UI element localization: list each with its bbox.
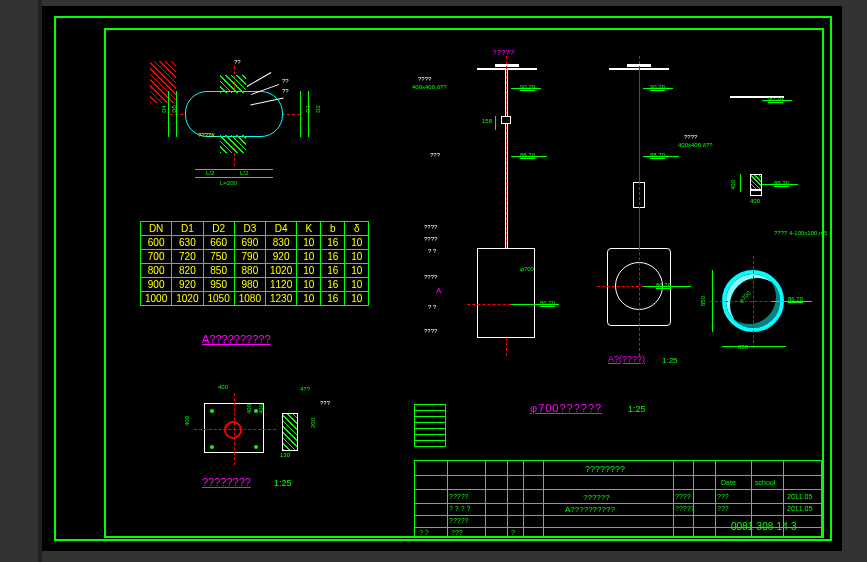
elev1-annot2: ???? [424, 236, 437, 242]
tb-col-3: ? ? [419, 529, 429, 536]
tb-dwg-no: 0081-308-14-3 [731, 521, 797, 532]
tb-small2: ????? [675, 505, 694, 512]
detail-a-callout-3: ?? [282, 88, 289, 94]
table-header-row: DND1D2D3D4Kbδ [141, 222, 369, 236]
table-row: 8008208508801020101610 [141, 264, 369, 278]
dim-86-70-b: 86.70 [656, 282, 671, 288]
elev3-cap-label: ???? [684, 134, 697, 140]
tb-date-1: 2011.05 [787, 505, 812, 512]
elev1-annot-a: A [436, 286, 441, 295]
dim-400-top: 400 [218, 384, 228, 390]
dim-86-70-a: 86.70 [540, 300, 555, 306]
tb-small1: ???? [675, 493, 691, 500]
dim-850-v: 850 [700, 296, 706, 306]
elev1-mid-label: ??? [430, 152, 440, 158]
dim-400-h: 400 [750, 198, 760, 204]
elev3-cap-sub: 400x400,δ?? [678, 142, 713, 148]
tb-hdr2: school [755, 479, 775, 486]
dim-l2-a: L/2 [206, 170, 214, 176]
elevation-side [587, 56, 697, 346]
detail-a-callout-1: ?? [234, 59, 241, 65]
dimension-table: DND1D2D3D4Kbδ 600630660690830101610 7007… [140, 221, 369, 306]
tb-col-4: ??? [451, 529, 463, 536]
detail-a-section [150, 61, 320, 191]
dim-d1: D1 [305, 105, 311, 113]
tb-rname-1: ??? [717, 505, 729, 512]
main-drawing-title: φ700?????? [530, 402, 602, 414]
dim-90-20-b: 90.20 [650, 84, 665, 90]
tb-col-0: ????? [449, 493, 468, 500]
tb-hdr1: Date [721, 479, 736, 486]
tb-subtitle1: ?????? [583, 493, 610, 502]
elev2-footer-label: A?(????) [608, 354, 645, 364]
dim-90-20-a: 90.20 [520, 84, 535, 90]
elev1-cap-label: ???? [418, 76, 431, 82]
dim-d2: D2 [315, 105, 321, 113]
tb-big-title: ???????? [585, 464, 625, 474]
baseplate-title: ???????? [202, 476, 251, 488]
elev1-annot6: ???? [424, 328, 437, 334]
elev1-annot4: ???? [424, 274, 437, 280]
title-block: ???????? ?????? A?????????? 0081-308-14-… [414, 460, 822, 538]
dim-130: 130 [280, 452, 290, 458]
main-drawing-scale: 1:25 [628, 404, 646, 414]
dim-400-mid: 400 [246, 404, 252, 414]
dim-200: 200 [310, 418, 316, 428]
dim-88-70-c: 88.70 [774, 180, 789, 186]
dim-400-left: 400 [184, 416, 190, 426]
elev1-top-label: ????? [492, 48, 514, 57]
th: DN [141, 222, 172, 236]
detail-a-inside-label: ????K [198, 132, 215, 138]
dim-86-70-c: 86.70 [788, 296, 803, 302]
detail-a-callout-2: ?? [282, 78, 289, 84]
table-row: 600630660690830101610 [141, 236, 369, 250]
dim-l: L=200 [220, 180, 237, 186]
dim-bolt: 4?? [300, 386, 310, 392]
dim-d4: D4 [161, 105, 167, 113]
dim-phi700: φ700 [520, 266, 534, 272]
dim-158: 158 [482, 118, 492, 124]
revision-bars [414, 404, 446, 460]
table-row: 10001020105010801230101610 [141, 292, 369, 306]
tb-rname-0: ??? [717, 493, 729, 500]
elev1-annot3: ? ? [428, 248, 436, 254]
window-gutter [0, 0, 42, 562]
elev2-footer-scale: 1:25 [662, 356, 678, 365]
elevation-plan [712, 56, 812, 346]
detail-a-title: A?????????? [202, 333, 271, 345]
dim-400-v: 400 [730, 180, 736, 190]
dim-d5: D5 [171, 105, 177, 113]
dim-pipe: ??? [320, 400, 330, 406]
tb-col-2: ????? [449, 517, 468, 524]
elev1-cap-sub: 400x400,δ?? [412, 84, 447, 90]
tb-subtitle2: A?????????? [565, 505, 615, 514]
dim-88-70-a: 88.70 [520, 152, 535, 158]
tb-col-1: ? ? ? ? [449, 505, 470, 512]
baseplate-scale: 1:25 [274, 478, 292, 488]
dim-400-mid2: 400 [258, 404, 264, 414]
tb-date-0: 2011.05 [787, 493, 812, 500]
elev1-annot5: ? ? [428, 304, 436, 310]
tb-col-5: ? [511, 529, 515, 536]
dim-l2-b: L/2 [240, 170, 248, 176]
dim-90-20-c: 90.20 [768, 96, 783, 102]
table-row: 700720750790920101610 [141, 250, 369, 264]
cad-canvas[interactable]: ?? ?? ?? ????K D1 D2 D4 D5 L/2 L/2 L=200… [42, 6, 842, 551]
elev1-annot1: ???? [424, 224, 437, 230]
dim-88-70-b: 88.70 [650, 152, 665, 158]
table-row: 9009209509801120101610 [141, 278, 369, 292]
dim-850-h: 850 [738, 344, 748, 350]
ring-bolt: ???? 4-100x100,m5 [774, 230, 827, 236]
